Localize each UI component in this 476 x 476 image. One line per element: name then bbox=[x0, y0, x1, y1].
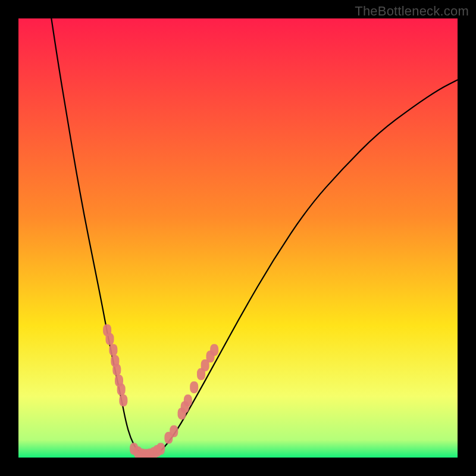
watermark-text: TheBottleneck.com bbox=[355, 4, 469, 19]
curve-marker bbox=[109, 344, 117, 356]
curve-marker bbox=[184, 394, 192, 406]
curve-marker bbox=[112, 364, 121, 375]
chart-background bbox=[18, 18, 458, 458]
curve-marker bbox=[170, 425, 178, 437]
curve-marker bbox=[210, 344, 218, 356]
curve-marker bbox=[117, 384, 126, 396]
chart-frame: TheBottleneck.com bbox=[0, 0, 476, 476]
bottleneck-chart bbox=[18, 18, 458, 458]
curve-marker bbox=[156, 443, 165, 455]
curve-marker bbox=[190, 381, 198, 393]
curve-marker bbox=[106, 333, 114, 345]
curve-marker bbox=[119, 394, 127, 406]
